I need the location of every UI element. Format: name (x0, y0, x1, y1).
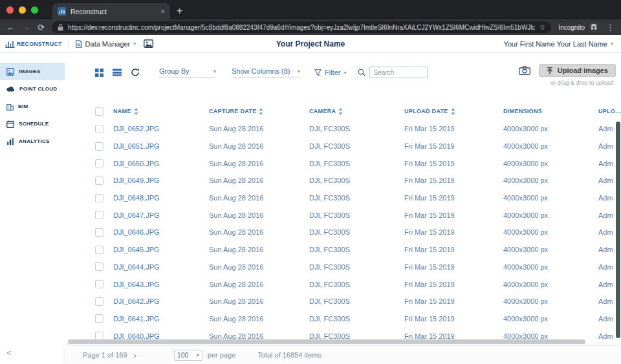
row-checkbox[interactable] (95, 280, 104, 288)
sort-icon (451, 108, 455, 115)
table-row[interactable]: DJI_0652.JPG Sun Aug 28 2016 DJI, FC300S… (65, 120, 621, 138)
table-row[interactable]: DJI_0651.JPG Sun Aug 28 2016 DJI, FC300S… (65, 138, 621, 155)
cell-name[interactable]: DJI_0650.JPG (113, 160, 209, 167)
cell-capture-date: Sun Aug 28 2016 (209, 125, 309, 133)
chevron-down-icon: ▾ (611, 41, 613, 47)
forward-icon[interactable]: → (22, 23, 30, 32)
column-header-upload-date[interactable]: UPLOAD DATE (404, 108, 503, 115)
table-row[interactable]: DJI_0646.JPG Sun Aug 28 2016 DJI, FC300S… (65, 224, 621, 241)
window-close-button[interactable] (6, 6, 14, 14)
page-size-value: 100 (177, 351, 189, 359)
sidebar-collapse-icon[interactable]: < (6, 348, 12, 358)
row-checkbox[interactable] (95, 142, 104, 151)
user-menu[interactable]: Your First Name Your Last Name ▾ (504, 40, 613, 48)
row-checkbox[interactable] (95, 177, 104, 185)
column-header-capture-date[interactable]: CAPTURE DATE (209, 108, 309, 115)
vertical-scrollbar-thumb[interactable] (616, 122, 620, 338)
tab-close-icon[interactable]: × (160, 8, 165, 16)
window-zoom-button[interactable] (31, 6, 38, 14)
show-columns-select[interactable]: Show Columns (8) ▾ (232, 67, 300, 78)
app-header: RECONSTRUCT Data Manager ▾ Your Project … (0, 35, 621, 53)
cell-name[interactable]: DJI_0643.JPG (113, 281, 209, 288)
page-size-select[interactable]: 100 ▾ (174, 350, 202, 361)
cell-name[interactable]: DJI_0652.JPG (113, 125, 209, 133)
browser-tabstrip: Reconstruct × + (0, 0, 621, 19)
row-checkbox[interactable] (95, 211, 104, 219)
sidebar-item-images[interactable]: IMAGES (0, 63, 65, 80)
chevron-down-icon: ▾ (343, 70, 346, 76)
cell-camera: DJI, FC300S (309, 211, 404, 219)
upload-images-button[interactable]: Upload images (539, 64, 616, 77)
bookmark-star-icon[interactable]: ☆ (539, 23, 546, 32)
grid-view-icon[interactable] (95, 69, 104, 77)
column-header-camera[interactable]: CAMERA (309, 108, 404, 115)
cell-name[interactable]: DJI_0647.JPG (113, 211, 209, 219)
cell-name[interactable]: DJI_0646.JPG (113, 228, 209, 236)
cell-name[interactable]: DJI_0641.JPG (113, 315, 209, 323)
row-checkbox[interactable] (95, 194, 104, 202)
table-row[interactable]: DJI_0650.JPG Sun Aug 28 2016 DJI, FC300S… (65, 155, 621, 172)
back-icon[interactable]: ← (6, 23, 15, 32)
cell-name[interactable]: DJI_0648.JPG (113, 194, 209, 202)
row-checkbox[interactable] (95, 297, 104, 306)
cell-name[interactable]: DJI_0642.JPG (113, 297, 209, 305)
table-row[interactable]: DJI_0642.JPG Sun Aug 28 2016 DJI, FC300S… (65, 293, 621, 310)
cell-camera: DJI, FC300S (309, 332, 404, 340)
camera-icon[interactable] (519, 66, 530, 75)
cell-name[interactable]: DJI_0644.JPG (113, 263, 209, 271)
table-row[interactable]: DJI_0644.JPG Sun Aug 28 2016 DJI, FC300S… (65, 259, 621, 276)
list-view-icon[interactable] (113, 69, 122, 76)
table-row[interactable]: DJI_0649.JPG Sun Aug 28 2016 DJI, FC300S… (65, 172, 621, 189)
row-checkbox[interactable] (95, 159, 104, 167)
cell-name[interactable]: DJI_0651.JPG (113, 142, 209, 150)
data-manager-menu[interactable]: Data Manager ▾ (76, 40, 136, 48)
table-row[interactable]: DJI_0647.JPG Sun Aug 28 2016 DJI, FC300S… (65, 206, 621, 224)
horizontal-scrollbar-thumb[interactable] (68, 339, 585, 344)
row-checkbox[interactable] (95, 314, 104, 323)
reload-icon[interactable]: ⟳ (38, 23, 45, 32)
row-checkbox[interactable] (95, 125, 104, 133)
table-row[interactable]: DJI_0645.JPG Sun Aug 28 2016 DJI, FC300S… (65, 241, 621, 259)
cell-name[interactable]: DJI_0640.JPG (113, 332, 209, 340)
cell-name[interactable]: DJI_0645.JPG (113, 246, 209, 253)
browser-menu-icon[interactable]: ⋮ (606, 23, 615, 32)
address-bar[interactable]: https://dev.reconstructinc.com/projectMa… (52, 21, 552, 33)
refresh-icon[interactable] (131, 68, 140, 77)
images-icon (6, 68, 14, 76)
sidebar-item-bim[interactable]: BIM (0, 98, 65, 115)
browser-tab[interactable]: Reconstruct × (52, 3, 170, 19)
column-header-dimensions[interactable]: DIMENSIONS (503, 108, 598, 114)
column-header-uploader[interactable]: UPLO... (598, 108, 621, 114)
cell-capture-date: Sun Aug 28 2016 (209, 246, 309, 253)
cell-upload-date: Fri Mar 15 2019 (404, 142, 503, 150)
row-checkbox[interactable] (95, 246, 104, 254)
cell-capture-date: Sun Aug 28 2016 (209, 228, 309, 236)
sidebar-item-point-cloud[interactable]: POINT CLOUD (0, 80, 65, 98)
search-input[interactable] (369, 67, 428, 78)
total-items-label: Total of 16854 items (257, 351, 321, 359)
table-row[interactable]: DJI_0648.JPG Sun Aug 28 2016 DJI, FC300S… (65, 189, 621, 207)
group-by-select[interactable]: Group By ▾ (159, 67, 216, 78)
select-all-checkbox[interactable] (95, 107, 104, 116)
chevron-down-icon: ▾ (197, 352, 199, 358)
sidebar-item-analytics[interactable]: ANALYTICS (0, 133, 65, 150)
table-row[interactable]: DJI_0641.JPG Sun Aug 28 2016 DJI, FC300S… (65, 310, 621, 328)
toolbar: Group By ▾ Show Columns (8) ▾ Filter ▾ (95, 67, 428, 78)
sidebar-item-schedule[interactable]: SCHEDULE (0, 115, 65, 133)
group-by-label: Group By (159, 67, 189, 75)
row-checkbox[interactable] (95, 228, 104, 237)
image-import-button[interactable] (144, 39, 153, 48)
horizontal-scrollbar[interactable] (68, 339, 615, 344)
cell-capture-date: Sun Aug 28 2016 (209, 160, 309, 167)
next-page-icon[interactable]: › (134, 350, 136, 360)
window-minimize-button[interactable] (19, 6, 26, 14)
filter-button[interactable]: Filter ▾ (314, 69, 346, 76)
row-checkbox[interactable] (95, 262, 104, 271)
filter-label: Filter (325, 69, 340, 76)
column-header-name[interactable]: NAME (113, 108, 209, 115)
new-tab-button[interactable]: + (177, 5, 182, 17)
app-logo[interactable]: RECONSTRUCT (5, 40, 62, 48)
table-row[interactable]: DJI_0643.JPG Sun Aug 28 2016 DJI, FC300S… (65, 275, 621, 293)
cell-dimensions: 4000x3000 px (503, 246, 598, 253)
cell-name[interactable]: DJI_0649.JPG (113, 177, 209, 184)
